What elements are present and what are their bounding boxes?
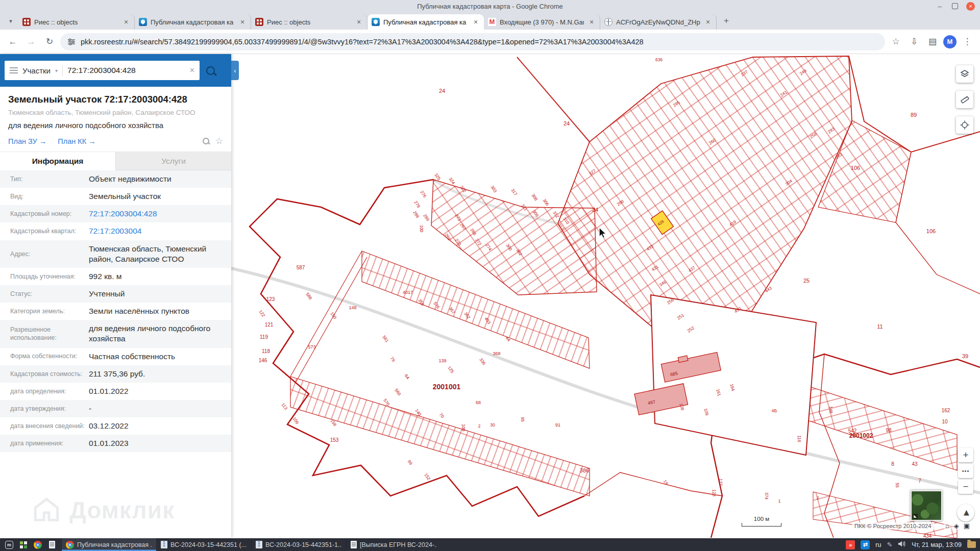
back-icon[interactable]: ← bbox=[5, 34, 20, 49]
info-row-label: дата применения: bbox=[10, 439, 89, 447]
forward-icon[interactable]: → bbox=[23, 34, 39, 49]
taskbar-launchers: m bbox=[0, 538, 61, 551]
scale-bar: 100 м bbox=[742, 516, 781, 527]
site-info-icon[interactable] bbox=[67, 38, 76, 46]
home-icon[interactable]: ⌂ bbox=[945, 522, 949, 530]
files-launcher-icon[interactable] bbox=[46, 538, 58, 551]
reload-icon[interactable]: ↻ bbox=[42, 34, 57, 49]
folder-tray-icon[interactable] bbox=[967, 541, 976, 548]
parcel-number-label: 434 bbox=[923, 533, 932, 538]
info-row-value-link[interactable]: 72:17:2003004 bbox=[89, 226, 231, 236]
window-controls: – × bbox=[936, 0, 975, 12]
tab-close-icon[interactable]: × bbox=[587, 18, 596, 26]
chrome-launcher-icon[interactable] bbox=[32, 538, 44, 551]
parcel-number-label: 374 bbox=[764, 492, 769, 499]
parcel-number-label: 588 bbox=[305, 292, 313, 301]
browser-tab[interactable]: Риес :: objects× bbox=[18, 14, 135, 30]
parcel-number-label: 336 bbox=[478, 357, 486, 366]
tab-title: ACFrOgAzEyNwQDNd_ZHp bbox=[616, 18, 700, 26]
profile-avatar[interactable]: M bbox=[943, 35, 957, 48]
taskbar-window-button[interactable]: [Выписка ЕГРН ВС-2024-... bbox=[346, 538, 441, 551]
search-box[interactable]: Участки ▾ 72:17:2003004:428 × bbox=[5, 61, 200, 80]
parcel-number-label: 561 bbox=[381, 335, 389, 344]
tab-information[interactable]: Информация bbox=[0, 152, 115, 170]
parcel-number-label: 128 bbox=[712, 489, 717, 496]
bookmark-star-icon[interactable]: ☆ bbox=[888, 34, 903, 49]
plan-zu-link[interactable]: План ЗУ → bbox=[8, 137, 46, 145]
sidebar-collapse-button[interactable]: ‹ bbox=[231, 61, 239, 80]
tablet-pen-icon[interactable]: ✎ bbox=[887, 541, 892, 548]
tab-close-icon[interactable]: × bbox=[704, 18, 712, 26]
browser-tab[interactable]: Публичная кадастровая ка× bbox=[368, 14, 484, 30]
measure-button[interactable] bbox=[956, 91, 973, 108]
downloads-icon[interactable]: ⇩ bbox=[906, 34, 922, 49]
search-input[interactable]: 72:17:2003004:428 bbox=[67, 66, 185, 75]
side-panel-icon[interactable]: ▤ bbox=[925, 34, 940, 49]
tab-services[interactable]: Услуги bbox=[115, 152, 231, 170]
browser-menu-icon[interactable]: ⋮ bbox=[960, 34, 975, 49]
tab-title: Риес :: objects bbox=[267, 18, 351, 26]
new-tab-button[interactable]: + bbox=[720, 14, 733, 28]
locate-object-button[interactable] bbox=[956, 116, 973, 134]
tab-close-icon[interactable]: × bbox=[238, 18, 247, 26]
browser-tab[interactable]: Риес :: objects× bbox=[251, 14, 368, 30]
taskbar-window-button[interactable]: Публичная кадастровая ... bbox=[61, 538, 156, 551]
taskbar-clock[interactable]: Чт, 21 мар, 13:09 bbox=[912, 541, 962, 548]
tab-close-icon[interactable]: × bbox=[472, 18, 480, 26]
close-icon[interactable]: × bbox=[966, 2, 975, 11]
info-row-value-link[interactable]: 72:17:2003004:428 bbox=[89, 209, 231, 219]
tab-close-icon[interactable]: × bbox=[355, 18, 363, 26]
info-row-label: Адрес: bbox=[10, 250, 89, 258]
address-bar[interactable]: pkk.rosreestr.ru/#/search/57.38492199999… bbox=[60, 33, 885, 51]
restore-icon[interactable] bbox=[952, 3, 958, 9]
layers-button[interactable] bbox=[956, 65, 973, 83]
parcel-number-label: 127 bbox=[718, 479, 723, 486]
info-row: Тип:Объект недвижимости bbox=[0, 170, 231, 188]
taskbar-window-button[interactable]: ВС-2024-03-15-442351-1... bbox=[251, 538, 346, 551]
search-button[interactable] bbox=[200, 61, 221, 80]
parcel-number-label: 324 bbox=[448, 177, 456, 186]
info-row-value: Тюменская область, Тюменский район, Сала… bbox=[89, 244, 231, 264]
tab-close-icon[interactable]: × bbox=[122, 18, 130, 26]
app-grid-icon[interactable] bbox=[17, 538, 30, 551]
info-row: Разрешенное использование:для ведения ли… bbox=[0, 320, 231, 347]
fullscreen-icon[interactable]: ▣ bbox=[964, 522, 970, 530]
parcel-number-label: 70 bbox=[438, 412, 446, 419]
zoom-in-button[interactable]: + bbox=[958, 448, 973, 462]
pkk-favicon bbox=[139, 18, 147, 26]
start-menu-button[interactable]: m bbox=[3, 538, 15, 551]
minimize-icon[interactable]: – bbox=[936, 3, 944, 10]
parcel-number-label: 276 bbox=[419, 190, 427, 199]
arrow-right-icon: → bbox=[39, 137, 47, 145]
parcel-number-label: 123 bbox=[266, 296, 275, 302]
favorite-star-icon[interactable]: ☆ bbox=[215, 136, 223, 146]
taskbar-window-button[interactable]: ВС-2024-03-15-442351 (... bbox=[156, 538, 251, 551]
minimap[interactable]: ◣ bbox=[911, 490, 942, 521]
cadastral-map[interactable]: 6362424248910610625113938620010012001002… bbox=[231, 54, 980, 538]
menu-burger-icon[interactable] bbox=[10, 70, 18, 71]
tab-search-chevron-icon[interactable]: ▾ bbox=[4, 14, 17, 28]
geolocate-button[interactable]: ▶ bbox=[957, 504, 974, 521]
info-row: Кадастровый номер:72:17:2003004:428 bbox=[0, 205, 231, 222]
clear-search-icon[interactable]: × bbox=[190, 66, 194, 75]
zoom-options-button[interactable]: ••• bbox=[958, 464, 973, 478]
anydesk-icon[interactable]: » bbox=[846, 540, 855, 549]
teamviewer-icon[interactable]: ⇄ bbox=[861, 540, 870, 549]
marker-icon[interactable]: ◈ bbox=[954, 522, 959, 530]
browser-tab[interactable]: ACFrOgAzEyNwQDNd_ZHp× bbox=[600, 14, 717, 30]
show-on-map-icon[interactable] bbox=[203, 138, 209, 144]
chevron-down-icon[interactable]: ▾ bbox=[55, 68, 58, 73]
minimap-expand-icon[interactable]: ◣ bbox=[913, 514, 918, 519]
volume-icon[interactable] bbox=[898, 540, 906, 549]
browser-tab[interactable]: Публичная кадастровая ка× bbox=[135, 14, 251, 30]
browser-tab[interactable]: Входящие (3 970) - M.N.Gar× bbox=[484, 14, 600, 30]
plan-kk-link[interactable]: План КК → bbox=[58, 137, 95, 145]
parcel-number-label: 542 bbox=[848, 428, 857, 434]
search-category[interactable]: Участки bbox=[22, 66, 51, 75]
map-attribution: ПКК © Росреестр 2010-2024 bbox=[852, 522, 934, 530]
zoom-out-button[interactable]: − bbox=[958, 480, 973, 494]
screen: Публичная кадастровая карта - Google Chr… bbox=[0, 0, 980, 551]
info-row-value: 01.01.2023 bbox=[89, 438, 231, 448]
info-row-label: Кадастровый квартал: bbox=[10, 227, 89, 235]
keyboard-layout[interactable]: ru bbox=[875, 541, 881, 548]
